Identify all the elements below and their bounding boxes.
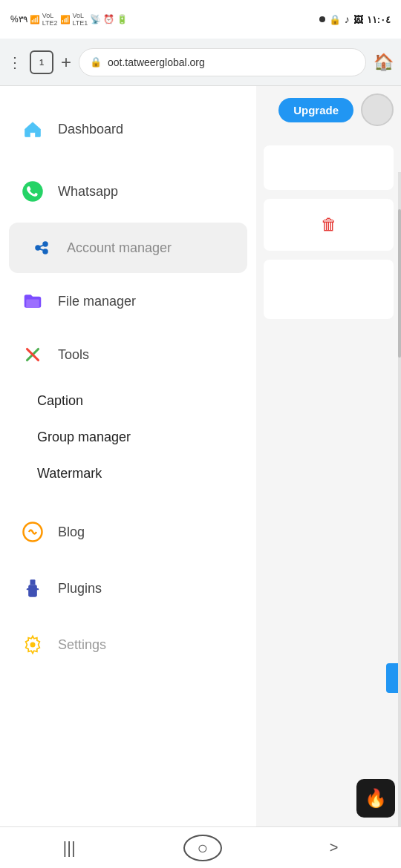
sidebar-subitem-watermark[interactable]: Watermark — [0, 456, 256, 492]
photo-icon: 🖼 — [353, 14, 363, 25]
sidebar-item-tools[interactable]: Tools — [0, 329, 256, 380]
group-manager-label: Group manager — [37, 430, 131, 444]
right-panel-content: 🗑 — [256, 138, 401, 335]
tools-icon — [21, 343, 45, 366]
sidebar-item-blog[interactable]: Blog — [0, 507, 256, 557]
svg-rect-13 — [36, 588, 39, 590]
scroll-thumb — [398, 209, 401, 358]
sidebar: Dashboard Whatsapp — [0, 86, 256, 826]
tiktok-icon: ♪ — [345, 13, 350, 25]
svg-point-2 — [42, 241, 48, 247]
file-manager-icon — [21, 289, 45, 313]
right-card-delete: 🗑 — [264, 199, 394, 251]
svg-rect-10 — [30, 579, 36, 585]
sidebar-subitem-group-manager[interactable]: Group manager — [0, 419, 256, 456]
content-right: Upgrade 🗑 — [256, 86, 401, 826]
sidebar-item-whatsapp[interactable]: Whatsapp — [0, 166, 256, 217]
sidebar-subitem-caption[interactable]: Caption — [0, 383, 256, 419]
signal-icon: 📶 — [30, 15, 40, 24]
svg-rect-11 — [28, 585, 37, 596]
tab-count: 1 — [39, 58, 44, 67]
url-text: oot.tatweerglobal.org — [108, 56, 205, 68]
plugins-label: Plugins — [58, 581, 102, 596]
scroll-strip[interactable] — [398, 172, 401, 826]
whatsapp-icon — [21, 180, 45, 203]
menu-icon[interactable]: ⋮ — [7, 53, 22, 71]
wifi-icon: 📡 — [90, 14, 101, 24]
dashboard-label: Dashboard — [58, 122, 123, 137]
plugins-icon — [21, 576, 45, 600]
time-text: ۱۱:۰٤ — [367, 14, 391, 25]
bottom-nav: ||| ○ > — [0, 826, 401, 868]
status-bar: %۳۹ 📶 VoLLTE2 📶 VoLLTE1 📡 ⏰ 🔋 🔒 ♪ 🖼 ۱۱:۰… — [0, 0, 401, 39]
alarm-icon: ⏰ — [103, 14, 114, 24]
house-icon — [21, 117, 45, 141]
watermark-label: Watermark — [37, 466, 102, 481]
settings-icon — [21, 633, 45, 657]
svg-point-1 — [35, 245, 41, 251]
sidebar-item-settings[interactable]: Settings — [0, 619, 256, 670]
delete-icon[interactable]: 🗑 — [321, 215, 337, 234]
status-left: %۳۹ 📶 VoLLTE2 📶 VoLLTE1 📡 ⏰ 🔋 — [10, 12, 128, 27]
sidebar-item-file-manager[interactable]: File manager — [0, 276, 256, 326]
upgrade-button[interactable]: Upgrade — [278, 98, 353, 122]
vpn-icon: 🔒 — [329, 14, 341, 25]
network1-text: VoLLTE2 — [42, 12, 58, 27]
caption-label: Caption — [37, 393, 83, 408]
whatsapp-label: Whatsapp — [58, 184, 118, 200]
status-right: 🔒 ♪ 🖼 ۱۱:۰٤ — [319, 13, 391, 25]
svg-point-0 — [22, 181, 43, 202]
battery-icon: 🔋 — [117, 14, 128, 24]
settings-label: Settings — [58, 637, 106, 653]
address-bar[interactable]: 🔒 oot.tatweerglobal.org — [79, 48, 366, 76]
flame-icon: 🔥 — [365, 788, 387, 809]
tab-switcher[interactable]: 1 — [30, 50, 53, 74]
sidebar-item-dashboard[interactable]: Dashboard — [0, 104, 256, 154]
svg-line-4 — [40, 246, 43, 246]
right-card-1 — [264, 145, 394, 190]
svg-point-14 — [30, 642, 36, 648]
fab-button[interactable]: 🔥 — [356, 779, 395, 818]
right-card-2 — [264, 260, 394, 319]
sidebar-item-plugins[interactable]: Plugins — [0, 563, 256, 614]
user-avatar[interactable] — [361, 93, 394, 126]
home-nav-button[interactable]: ○ — [183, 835, 222, 861]
home-button[interactable]: 🏠 — [374, 53, 394, 72]
battery-text: %۳۹ — [10, 14, 27, 24]
network2-text: VoLLTE1 — [73, 12, 88, 27]
svg-point-3 — [42, 249, 48, 254]
security-icon: 🔒 — [90, 56, 102, 68]
svg-rect-12 — [27, 588, 30, 590]
file-manager-label: File manager — [58, 294, 136, 309]
dot-icon — [319, 16, 325, 22]
upgrade-area: Upgrade — [256, 93, 401, 126]
svg-rect-6 — [26, 300, 39, 308]
tools-label: Tools — [58, 347, 89, 363]
sidebar-item-account-manager[interactable]: Account manager — [9, 223, 247, 273]
blog-icon — [21, 520, 45, 544]
signal-icon2: 📶 — [60, 15, 71, 24]
forward-button[interactable]: > — [312, 833, 356, 862]
back-button[interactable]: ||| — [45, 832, 94, 864]
main-content: Dashboard Whatsapp — [0, 86, 401, 826]
account-manager-label: Account manager — [67, 240, 172, 256]
blog-label: Blog — [58, 525, 85, 540]
add-tab-button[interactable]: + — [61, 52, 71, 73]
account-manager-icon — [30, 236, 53, 260]
svg-line-5 — [40, 249, 43, 250]
browser-bar: ⋮ 1 + 🔒 oot.tatweerglobal.org 🏠 — [0, 39, 401, 86]
